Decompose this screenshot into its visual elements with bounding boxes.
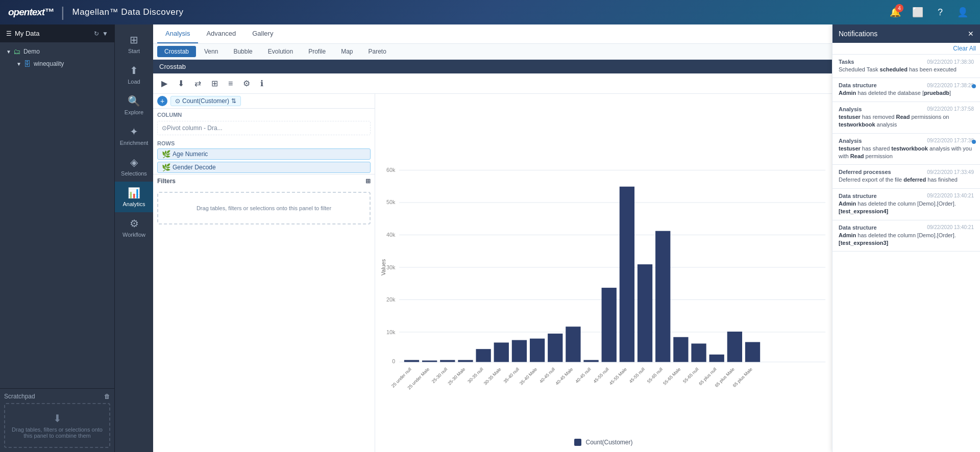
help-button[interactable]: ? bbox=[931, 3, 949, 21]
user-button[interactable]: 👤 bbox=[953, 3, 972, 21]
measure-chip-label: Count(Customer) bbox=[182, 97, 229, 105]
notification-text: Admin has deleted the column [Demo].[Ord… bbox=[839, 232, 974, 247]
notification-item: Data structure 09/22/2020 17:38:28 Admin… bbox=[832, 78, 980, 102]
svg-text:30k: 30k bbox=[386, 264, 396, 270]
nav-label-start: Start bbox=[128, 48, 140, 54]
scratchpad-label: Scratchpad bbox=[4, 393, 35, 400]
svg-rect-17 bbox=[440, 360, 455, 362]
clear-all-button[interactable]: Clear All bbox=[953, 45, 976, 52]
nav-item-selections[interactable]: ◈ Selections bbox=[115, 151, 153, 182]
svg-rect-28 bbox=[638, 264, 652, 362]
tree-item-winequality[interactable]: ▼ 🗄 winequality bbox=[0, 58, 114, 70]
add-measure-button[interactable]: + bbox=[157, 96, 167, 106]
nav-item-start[interactable]: ⊞ Start bbox=[115, 29, 153, 59]
svg-rect-18 bbox=[458, 360, 473, 362]
notification-header-row: Analysis 09/22/2020 17:37:58 bbox=[839, 106, 974, 112]
nav-label-load: Load bbox=[128, 79, 140, 85]
filter-drop-zone[interactable]: Drag tables, filters or selections onto … bbox=[157, 192, 371, 224]
notification-type: Data structure bbox=[839, 82, 877, 88]
svg-text:65 plus Male: 65 plus Male bbox=[732, 366, 753, 388]
svg-rect-23 bbox=[548, 334, 562, 362]
measure-chip[interactable]: ⊙ Count(Customer) ⇅ bbox=[170, 96, 241, 106]
filter-button[interactable]: ≡ bbox=[224, 77, 237, 90]
refresh-icon[interactable]: ↻ bbox=[94, 30, 99, 37]
notification-type: Analysis bbox=[839, 106, 862, 112]
sub-tab-pareto[interactable]: Pareto bbox=[361, 46, 394, 57]
settings-button[interactable]: ⚙ bbox=[239, 77, 254, 90]
nav-item-workflow[interactable]: ⚙ Workflow bbox=[115, 212, 153, 243]
svg-text:45-55 null: 45-55 null bbox=[592, 367, 609, 384]
column-drop-zone[interactable]: ⊙ Pivot column - Dra... bbox=[157, 121, 371, 135]
svg-text:40-45 null: 40-45 null bbox=[538, 367, 556, 384]
notifications-subheader: Clear All bbox=[832, 43, 980, 55]
svg-text:35-40 null: 35-40 null bbox=[503, 367, 520, 384]
tree-item-demo[interactable]: ▼ 🗂 Demo bbox=[0, 45, 114, 58]
notifications-panel: Notifications ✕ Clear All Tasks 09/22/20… bbox=[832, 24, 980, 452]
column-drop-placeholder: Pivot column - Dra... bbox=[167, 124, 223, 132]
nav-item-enrichment[interactable]: ✦ Enrichment bbox=[115, 120, 153, 151]
my-data-header[interactable]: ☰ My Data ↻ ▼ bbox=[0, 24, 114, 42]
tab-advanced[interactable]: Advanced bbox=[198, 24, 244, 43]
svg-text:55-65 Male: 55-65 Male bbox=[662, 366, 681, 386]
arrow-icon: ▼ bbox=[6, 49, 11, 55]
notification-item: Data structure 09/22/2020 13:40:21 Admin… bbox=[832, 220, 980, 252]
nav-item-explore[interactable]: 🔍 Explore bbox=[115, 90, 153, 120]
field-gender-decode[interactable]: 🌿 Gender Decode bbox=[157, 162, 371, 173]
svg-text:30-35 Male: 30-35 Male bbox=[483, 366, 502, 386]
svg-text:20k: 20k bbox=[386, 296, 396, 303]
tab-gallery[interactable]: Gallery bbox=[244, 24, 281, 43]
legend-color-swatch bbox=[574, 439, 581, 446]
tree-item-label: Demo bbox=[23, 48, 40, 55]
screen-button[interactable]: ⬜ bbox=[909, 3, 927, 21]
svg-rect-20 bbox=[494, 342, 509, 362]
notifications-button[interactable]: 🔔 4 bbox=[886, 3, 904, 21]
nav-item-load[interactable]: ⬆ Load bbox=[115, 59, 153, 90]
sub-tab-bubble[interactable]: Bubble bbox=[226, 46, 259, 57]
measure-chip-icon: ⊙ bbox=[175, 97, 180, 105]
sub-tab-crosstab[interactable]: Crosstab bbox=[157, 46, 196, 57]
notification-time: 09/22/2020 17:38:30 bbox=[927, 59, 974, 65]
header: opentext™ | Magellan™ Data Discovery 🔔 4… bbox=[0, 0, 980, 24]
sub-tab-profile[interactable]: Profile bbox=[301, 46, 333, 57]
database-icon: 🗄 bbox=[23, 60, 31, 68]
folder-icon: 🗂 bbox=[13, 47, 20, 56]
left-panel: + ⊙ Count(Customer) ⇅ Column ⊙ Pivot col… bbox=[153, 94, 375, 452]
tab-analysis[interactable]: Analysis bbox=[157, 24, 198, 43]
filters-section: Filters ⊞ Drag tables, filters or select… bbox=[153, 174, 375, 452]
grid-button[interactable]: ⊞ bbox=[207, 77, 222, 90]
info-button[interactable]: ℹ bbox=[256, 77, 267, 90]
notification-item: Analysis 09/22/2020 17:37:58 testuser ha… bbox=[832, 102, 980, 134]
arrow-icon: ▼ bbox=[16, 61, 21, 67]
notification-header-row: Data structure 09/22/2020 13:40:21 bbox=[839, 193, 974, 199]
svg-rect-32 bbox=[709, 355, 724, 362]
notification-text: testuser has removed Read permissions on… bbox=[839, 113, 974, 129]
nav-label-selections: Selections bbox=[121, 170, 147, 177]
svg-text:35-40 Male: 35-40 Male bbox=[519, 366, 538, 386]
delete-icon[interactable]: 🗑 bbox=[104, 393, 110, 400]
notification-time: 09/22/2020 13:40:21 bbox=[927, 224, 974, 230]
main-split: + ⊙ Count(Customer) ⇅ Column ⊙ Pivot col… bbox=[153, 94, 832, 452]
sub-tab-evolution[interactable]: Evolution bbox=[261, 46, 300, 57]
scratchpad-dropzone[interactable]: ⬇ Drag tables, filters or selections ont… bbox=[4, 403, 110, 448]
notification-time: 09/22/2020 13:40:21 bbox=[927, 193, 974, 198]
nav-label-workflow: Workflow bbox=[122, 232, 145, 238]
field-age-numeric[interactable]: 🌿 Age Numeric bbox=[157, 148, 371, 160]
question-icon: ? bbox=[938, 7, 943, 18]
notification-text: Deferred export of the file deferred has… bbox=[839, 176, 974, 184]
close-notifications-button[interactable]: ✕ bbox=[968, 30, 974, 38]
share-button[interactable]: ⇄ bbox=[190, 77, 205, 90]
explore-icon: 🔍 bbox=[128, 95, 140, 107]
download-button[interactable]: ⬇ bbox=[174, 77, 188, 90]
notification-text: Admin has deleted the database [pruebadb… bbox=[839, 89, 974, 97]
start-icon: ⊞ bbox=[130, 34, 138, 46]
sub-tab-venn[interactable]: Venn bbox=[197, 46, 225, 57]
filters-grid-icon[interactable]: ⊞ bbox=[365, 178, 371, 185]
run-button[interactable]: ▶ bbox=[157, 77, 172, 90]
svg-text:55-65 null: 55-65 null bbox=[682, 367, 699, 384]
notification-type: Deferred processes bbox=[839, 169, 891, 175]
nav-item-analytics[interactable]: 📊 Analytics bbox=[115, 182, 153, 212]
chart-svg-container: 60k 50k 40k 30k 20k 10k 0 bbox=[379, 98, 828, 437]
sub-tab-map[interactable]: Map bbox=[334, 46, 360, 57]
column-section-label: Column bbox=[153, 109, 375, 119]
svg-rect-30 bbox=[673, 337, 688, 362]
